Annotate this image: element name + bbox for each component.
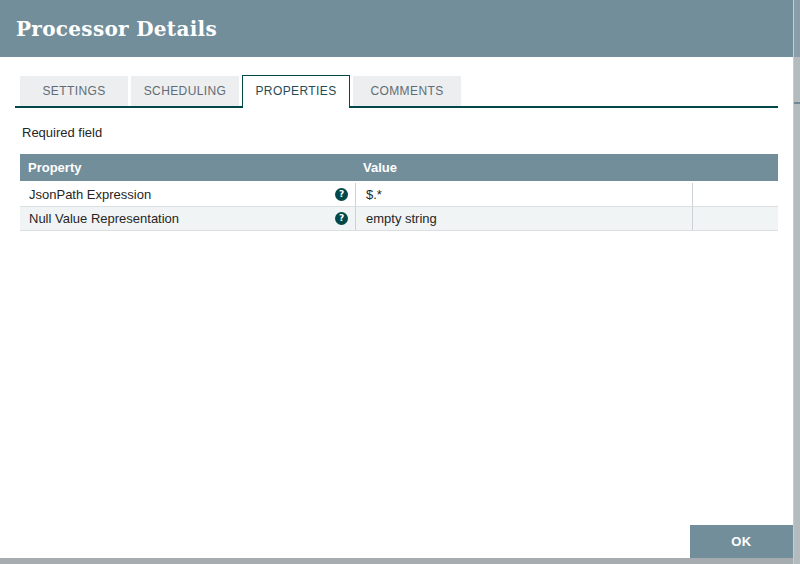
column-header-property: Property	[20, 160, 355, 175]
tab-bar: SETTINGS SCHEDULING PROPERTIES COMMENTS	[15, 75, 778, 108]
property-name: JsonPath Expression	[29, 187, 151, 202]
tab-comments-label: COMMENTS	[370, 84, 443, 98]
property-value: $.*	[366, 187, 382, 202]
help-icon[interactable]: ?	[335, 212, 348, 225]
required-field-label: Required field	[22, 125, 102, 140]
property-value: empty string	[366, 211, 437, 226]
page-edge-right-header	[794, 0, 800, 57]
tab-settings[interactable]: SETTINGS	[20, 76, 128, 106]
table-header-row: Property Value	[20, 154, 778, 181]
tab-properties-label: PROPERTIES	[255, 84, 336, 98]
processor-details-dialog: Processor Details SETTINGS SCHEDULING PR…	[0, 0, 793, 558]
table-row: Null Value Representation ? empty string	[20, 207, 778, 231]
dialog-title: Processor Details	[16, 17, 217, 41]
page-edge-right	[793, 0, 800, 564]
dialog-header: Processor Details	[0, 0, 793, 57]
property-name: Null Value Representation	[29, 211, 179, 226]
table-row: JsonPath Expression ? $.*	[20, 183, 778, 207]
tab-scheduling-label: SCHEDULING	[144, 84, 227, 98]
tab-properties[interactable]: PROPERTIES	[242, 75, 350, 108]
tab-settings-label: SETTINGS	[42, 84, 105, 98]
properties-table: Property Value JsonPath Expression ? $.*…	[20, 154, 778, 231]
screen: Processor Details SETTINGS SCHEDULING PR…	[0, 0, 800, 564]
tab-scheduling[interactable]: SCHEDULING	[131, 76, 239, 106]
row-extra-cell	[692, 183, 778, 206]
row-extra-cell	[692, 207, 778, 230]
column-header-value: Value	[355, 160, 692, 175]
page-edge-right-mark	[794, 102, 800, 104]
ok-button[interactable]: OK	[690, 525, 793, 558]
help-icon[interactable]: ?	[335, 188, 348, 201]
tab-comments[interactable]: COMMENTS	[353, 76, 461, 106]
page-edge-bottom	[0, 558, 793, 564]
